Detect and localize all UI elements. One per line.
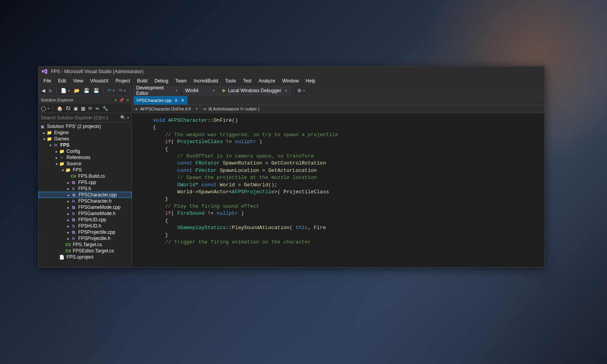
expand-icon[interactable]: ▸ <box>54 156 59 160</box>
collapse-icon[interactable]: ▾ <box>48 143 53 147</box>
menu-team[interactable]: Team <box>172 77 190 84</box>
home-button[interactable]: ◯▾ <box>40 104 51 113</box>
menu-edit[interactable]: Edit <box>54 77 70 84</box>
tree-config[interactable]: ▸📁Config <box>39 148 132 154</box>
tree-item-selected[interactable]: ▸⧉FPSCharacter.cpp <box>39 192 132 198</box>
menu-file[interactable]: File <box>40 77 54 84</box>
sync-button[interactable]: 🗘 <box>65 104 72 113</box>
start-debugging-button[interactable]: ▶ Local Windows Debugger ▾ <box>219 86 291 95</box>
tree-item[interactable]: C#FPS.Target.cs <box>39 242 132 248</box>
search-icon[interactable]: 🔍▾ <box>118 115 132 120</box>
tree-item[interactable]: ▸⧉FPSGameMode.cpp <box>39 204 132 210</box>
close-icon[interactable]: ✕ <box>126 98 129 102</box>
menu-vassistx[interactable]: VAssistX <box>87 77 112 84</box>
cpp-icon: ⧉ <box>70 205 77 210</box>
expand-icon[interactable]: ▸ <box>66 187 70 191</box>
cs-icon: C# <box>65 248 71 253</box>
solution-root[interactable]: ▣Solution 'FPS' (2 projects) <box>39 123 132 130</box>
properties-button[interactable]: 🔧 <box>101 104 109 113</box>
solution-tree[interactable]: ▣Solution 'FPS' (2 projects) ▸📁Engine ▾📁… <box>39 122 132 267</box>
collapse-icon[interactable]: ▾ <box>60 168 65 172</box>
close-icon[interactable]: ✕ <box>181 98 184 103</box>
tree-item[interactable]: ▸⧉FPSHUD.cpp <box>39 217 132 223</box>
collapse-icon[interactable]: ▾ <box>54 162 59 166</box>
new-item-button[interactable]: 📄▾ <box>59 86 72 95</box>
menu-tools[interactable]: Tools <box>221 77 239 84</box>
h-icon: h <box>70 224 77 228</box>
expand-icon[interactable]: ▸ <box>66 218 70 222</box>
folder-icon: 📁 <box>46 136 53 142</box>
solution-search-input[interactable] <box>39 113 118 122</box>
tree-item[interactable]: ▸hFPS.h <box>39 186 132 192</box>
redo-button[interactable]: ↷▾ <box>117 86 128 95</box>
nav-expr-combo[interactable]: ➔ if( AnimInstance != nullptr ) <box>200 105 544 113</box>
tree-engine[interactable]: ▸📁Engine <box>39 130 132 136</box>
expand-icon[interactable]: ▸ <box>66 199 70 203</box>
separator <box>130 87 130 94</box>
menu-test[interactable]: Test <box>239 77 255 84</box>
save-button[interactable]: 💾 <box>82 86 91 95</box>
document-tab[interactable]: FPSCharacter.cpp ⊕ ✕ <box>133 96 188 105</box>
tree-item[interactable]: C#FPSEditor.Target.cs <box>39 248 132 254</box>
tree-item[interactable]: ▸⧉FPSProjectile.cpp <box>39 229 132 235</box>
tree-games[interactable]: ▾📁Games <box>39 136 132 142</box>
cs-icon: C# <box>65 242 71 247</box>
tree-item[interactable]: ▸hFPSCharacter.h <box>39 198 132 204</box>
tree-references[interactable]: ▸▫References <box>39 154 132 161</box>
cpp-icon: ⧉ <box>70 217 77 222</box>
platform-combo[interactable]: Win64▾ <box>182 86 218 95</box>
undo-button[interactable]: ↶▾ <box>106 86 116 95</box>
dropdown-icon[interactable]: ▾ <box>115 98 117 102</box>
expand-icon[interactable]: ▸ <box>66 212 70 216</box>
configuration-combo[interactable]: Development Editor▾ <box>133 86 180 95</box>
expand-icon[interactable]: ▸ <box>66 193 71 197</box>
menu-view[interactable]: View <box>70 77 87 84</box>
expand-icon[interactable]: ▸ <box>66 236 70 241</box>
nav-scope-combo[interactable]: ➔ AFPSCharacter.OnFire.if.if ▾ <box>132 105 200 113</box>
tree-item[interactable]: C#FPS.Build.cs <box>39 173 132 179</box>
home-icon-button[interactable]: 🏠 <box>56 104 64 113</box>
editor-panel: FPSCharacter.cpp ⊕ ✕ ➔ AFPSCharacter.OnF… <box>132 96 544 267</box>
menu-project[interactable]: Project <box>112 77 133 84</box>
tree-item[interactable]: ▸hFPSProjectile.h <box>39 235 132 242</box>
pin-icon[interactable]: 📌 <box>119 98 124 102</box>
expand-icon[interactable]: ▸ <box>54 149 59 154</box>
tree-item[interactable]: 📄FPS.uproject <box>39 254 132 260</box>
menu-help[interactable]: Help <box>302 77 319 84</box>
menu-window[interactable]: Window <box>279 77 302 84</box>
collapse-button[interactable]: ⇔ <box>94 104 100 113</box>
nav-forward-button[interactable]: ▶ <box>47 86 54 95</box>
collapse-icon[interactable]: ▾ <box>42 137 46 141</box>
separator <box>293 87 293 94</box>
refresh-button[interactable]: ⟳ <box>87 104 93 113</box>
scope-button[interactable]: ▣ <box>72 104 79 113</box>
toolbar-extra-button[interactable]: ⚙▾ <box>296 86 307 95</box>
expand-icon[interactable]: ▸ <box>66 230 70 234</box>
expand-icon[interactable]: ▸ <box>66 205 70 210</box>
menu-analyze[interactable]: Analyze <box>255 77 279 84</box>
tree-item[interactable]: ▸hFPSHUD.h <box>39 223 132 229</box>
menubar: File Edit View VAssistX Project Build De… <box>39 77 544 85</box>
expand-icon[interactable]: ▸ <box>42 131 46 135</box>
nav-back-button[interactable]: ◀ <box>40 86 47 95</box>
tree-item[interactable]: ▸⧉FPS.cpp <box>39 179 132 186</box>
menu-build[interactable]: Build <box>133 77 151 84</box>
expand-icon[interactable]: ▸ <box>66 224 70 228</box>
arrow-icon: ➔ <box>203 107 206 112</box>
tree-fps-src[interactable]: ▾📁FPS <box>39 167 132 173</box>
show-all-button[interactable]: ▦ <box>80 104 86 113</box>
tree-item[interactable]: ▸hFPSGameMode.h <box>39 210 132 217</box>
save-all-button[interactable]: 💾 <box>92 86 101 95</box>
cs-icon: C# <box>70 174 77 178</box>
folder-icon: 📁 <box>59 161 65 166</box>
code-editor[interactable]: void AFPSCharacter::OnFire() { // The we… <box>132 113 544 267</box>
tree-source[interactable]: ▾📁Source <box>39 161 132 167</box>
arrow-icon: ➔ <box>134 107 138 112</box>
visual-studio-window: FPS - Microsoft Visual Studio (Administr… <box>38 66 545 268</box>
pin-icon[interactable]: ⊕ <box>175 98 178 102</box>
menu-incredibuild[interactable]: IncrediBuild <box>190 77 222 84</box>
expand-icon[interactable]: ▸ <box>66 180 70 185</box>
menu-debug[interactable]: Debug <box>151 77 172 84</box>
tree-fps-project[interactable]: ▾⧉FPS <box>39 142 132 148</box>
open-button[interactable]: 📂 <box>72 86 81 95</box>
